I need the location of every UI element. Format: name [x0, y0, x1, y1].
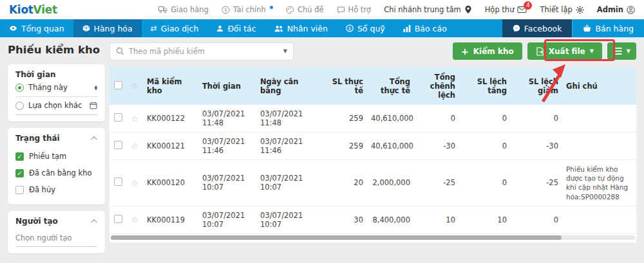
- menu-chu-de[interactable]: Chủ đề: [286, 5, 324, 14]
- inventory-table-card: ☆ Mã kiểm kho Thời gian Ngày cân bằng SL…: [109, 68, 636, 242]
- status-option-da-huy[interactable]: Đã hủy: [15, 181, 97, 198]
- star-icon[interactable]: ☆: [131, 82, 138, 91]
- checkbox-checked[interactable]: ✓: [15, 169, 24, 177]
- settings-menu[interactable]: Thiết lập: [540, 5, 583, 14]
- nav-tab-giao-dich[interactable]: ⇄ Giao dịch: [142, 19, 208, 37]
- scrollbar-thumb[interactable]: [111, 235, 562, 240]
- creator-select-input[interactable]: Chọn người tạo: [15, 231, 97, 247]
- col-ghi-chu[interactable]: Ghi chú: [562, 68, 636, 105]
- gear-icon: [576, 6, 584, 14]
- main-navbar: Tổng quan Hàng hóa ⇄ Giao dịch Đối tác N…: [0, 19, 644, 37]
- menu-giao-hang[interactable]: Giao hàng: [158, 5, 209, 14]
- dollar-icon: $: [346, 24, 354, 32]
- collapse-chevron-icon[interactable]: [91, 219, 97, 225]
- col-sl-lech-tang[interactable]: SL lệch tăng: [459, 68, 511, 105]
- finance-dollar-icon: $: [222, 6, 230, 14]
- shopping-basket-icon: [583, 24, 591, 32]
- list-columns-icon: [613, 48, 622, 55]
- creator-filter-title: Người tạo: [15, 217, 58, 226]
- radio-unselected[interactable]: [15, 102, 24, 110]
- cell-code[interactable]: KK000122: [143, 105, 198, 132]
- person-icon: [216, 25, 223, 32]
- table-row[interactable]: ☆ KK000119 03/07/2021 10:07 03/07/2021 1…: [109, 206, 636, 233]
- calendar-icon[interactable]: [90, 102, 97, 109]
- nav-tab-doi-tac[interactable]: Đối tác: [207, 19, 265, 37]
- nav-tab-bao-cao[interactable]: Báo cáo: [394, 19, 456, 37]
- chevron-down-icon[interactable]: ▼: [283, 48, 287, 54]
- chevron-down-icon: ▼: [627, 48, 630, 54]
- support-chat-icon: [337, 6, 345, 14]
- col-tong-chenh-lech[interactable]: Tổng chênh lệch: [414, 68, 459, 105]
- search-icon: [116, 47, 124, 55]
- col-ma-kiem-kho[interactable]: Mã kiểm kho: [143, 68, 198, 105]
- star-icon[interactable]: ☆: [131, 215, 138, 224]
- cell-code[interactable]: KK000120: [143, 160, 198, 206]
- star-icon[interactable]: ☆: [131, 141, 138, 151]
- notification-dot: [270, 6, 273, 9]
- transfer-icon: ⇄: [151, 24, 157, 32]
- svg-text:$: $: [224, 8, 227, 13]
- status-filter-title: Trạng thái: [15, 134, 60, 143]
- horizontal-scrollbar[interactable]: [111, 235, 635, 240]
- status-option-phieu-tam[interactable]: ✓ Phiếu tạm: [15, 148, 97, 165]
- nav-tab-ban-hang[interactable]: Bán hàng: [572, 19, 644, 37]
- branch-selector[interactable]: Chi nhánh trung tâm: [384, 5, 472, 14]
- status-option-da-can-bang[interactable]: ✓ Đã cân bằng kho: [15, 165, 97, 181]
- kiotviet-app-window: KiotViet Giao hàng $ Tài chính Chủ đề Hỗ…: [0, 0, 644, 263]
- kiem-kho-button[interactable]: Kiểm kho: [453, 42, 522, 60]
- nav-tab-hang-hoa[interactable]: Hàng hóa: [73, 19, 142, 37]
- search-placeholder: Theo mã phiếu kiểm: [129, 47, 279, 56]
- radio-selected[interactable]: [15, 84, 24, 92]
- table-row[interactable]: ☆ KK000122 03/07/2021 11:48 03/07/2021 1…: [109, 105, 636, 132]
- row-checkbox[interactable]: [114, 141, 122, 149]
- table-row[interactable]: ☆ KK000121 03/07/2021 11:46 03/07/2021 1…: [109, 132, 636, 160]
- chart-icon: [403, 25, 411, 32]
- collapse-chevron-icon[interactable]: [91, 136, 97, 142]
- col-thoi-gian[interactable]: Thời gian: [198, 68, 256, 105]
- inventory-table: ☆ Mã kiểm kho Thời gian Ngày cân bằng SL…: [109, 68, 636, 234]
- cell-code[interactable]: KK000119: [143, 206, 198, 233]
- time-option-this-month[interactable]: Tháng này ▲▼: [15, 79, 97, 97]
- table-header-row: ☆ Mã kiểm kho Thời gian Ngày cân bằng SL…: [109, 68, 636, 105]
- svg-text:$: $: [348, 26, 352, 32]
- checkbox-checked[interactable]: ✓: [15, 152, 24, 161]
- table-row[interactable]: ☆ KK000120 03/07/2021 10:07 03/07/2021 1…: [109, 160, 636, 206]
- search-input[interactable]: Theo mã phiếu kiểm ▼: [109, 42, 294, 60]
- select-all-checkbox[interactable]: [114, 81, 122, 89]
- column-options-button[interactable]: ▼: [607, 42, 636, 60]
- time-option-custom[interactable]: Lựa chọn khác: [15, 97, 97, 115]
- checkbox-unchecked[interactable]: [15, 186, 24, 194]
- star-icon[interactable]: ☆: [131, 114, 138, 123]
- location-pin-icon: [464, 5, 472, 14]
- theme-palette-icon: [286, 6, 294, 14]
- people-icon: [274, 25, 283, 32]
- col-tong-thuc-te[interactable]: Tổng thực tế: [367, 68, 414, 105]
- col-sl-thuc-te[interactable]: SL thực tế: [321, 68, 367, 105]
- nav-tab-so-quy[interactable]: $ Sổ quỹ: [337, 19, 394, 37]
- star-icon[interactable]: ☆: [131, 178, 138, 188]
- row-checkbox[interactable]: [114, 215, 122, 223]
- select-spinner-icon[interactable]: ▲▼: [95, 85, 97, 91]
- menu-ho-tro[interactable]: Hỗ trợ: [337, 5, 372, 14]
- row-checkbox[interactable]: [114, 113, 122, 122]
- xuat-file-button[interactable]: Xuất file ▼: [527, 42, 602, 60]
- mailbox-menu[interactable]: Hộp thư 4: [485, 5, 527, 14]
- kiotviet-logo[interactable]: KiotViet: [9, 3, 57, 16]
- top-header-bar: KiotViet Giao hàng $ Tài chính Chủ đề Hỗ…: [0, 0, 644, 19]
- nav-tab-nhan-vien[interactable]: Nhân viên: [265, 19, 337, 37]
- page-content: Phiếu kiểm kho Thời gian Tháng này ▲▼ Lự…: [0, 37, 644, 263]
- row-checkbox[interactable]: [114, 177, 122, 186]
- user-avatar-icon: [627, 6, 635, 14]
- plus-icon: [461, 46, 469, 57]
- cell-code[interactable]: KK000121: [143, 132, 198, 160]
- col-ngay-can-bang[interactable]: Ngày cân bằng: [256, 68, 321, 105]
- menu-tai-chinh[interactable]: $ Tài chính: [222, 5, 273, 14]
- mail-count-badge: 4: [524, 1, 532, 10]
- user-menu[interactable]: Admin: [597, 5, 635, 14]
- nav-tab-tong-quan[interactable]: Tổng quan: [0, 19, 73, 37]
- creator-filter-card: Người tạo Chọn người tạo: [8, 211, 105, 253]
- col-sl-lech-giam[interactable]: SL lệch giảm: [511, 68, 562, 105]
- filter-sidebar: Phiếu kiểm kho Thời gian Tháng này ▲▼ Lự…: [0, 37, 109, 263]
- status-filter-card: Trạng thái ✓ Phiếu tạm ✓ Đã cân bằng kho…: [8, 128, 105, 204]
- nav-tab-facebook[interactable]: Facebook: [502, 19, 573, 37]
